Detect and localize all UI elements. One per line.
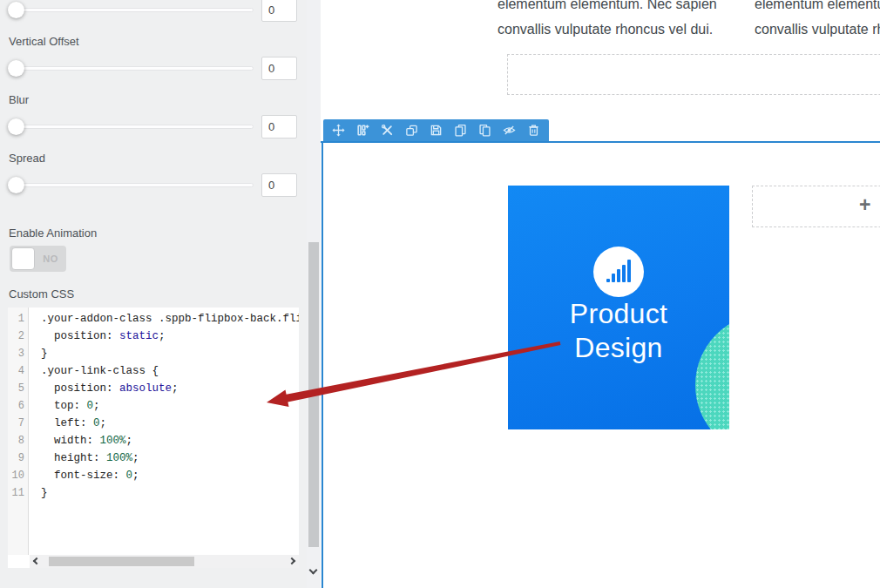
copy-icon[interactable] (454, 124, 467, 137)
spread-slider[interactable] (9, 183, 254, 187)
plus-icon[interactable]: + (859, 193, 870, 217)
flipbox-addon-card[interactable]: Product Design (508, 186, 729, 429)
toggle-visibility-icon[interactable] (503, 124, 516, 137)
builder-canvas: elementum elementum. Nec sapien convalli… (321, 0, 880, 588)
empty-addon-placeholder[interactable] (507, 54, 880, 95)
page-builder-screen: Vertical Offset Blur Spread Enable Anima… (0, 0, 880, 588)
settings-panel: Vertical Offset Blur Spread Enable Anima… (0, 0, 321, 588)
toggle-state: NO (38, 253, 63, 264)
enable-animation-label: Enable Animation (9, 226, 97, 240)
slider-thumb[interactable] (8, 177, 24, 193)
text-line: elementum elementum. Nec sapien (498, 0, 717, 17)
text-line: convallis vulputate rhoncus vel dui. (498, 17, 717, 42)
scrollbar-thumb[interactable] (308, 242, 319, 547)
chart-badge (593, 247, 644, 297)
selected-section-left-border (322, 141, 323, 588)
panel-vertical-scrollbar[interactable] (307, 0, 321, 588)
text-addon-right[interactable]: elementum elementum. Nec sapien convalli… (755, 0, 880, 42)
vertical-offset-label: Vertical Offset (9, 35, 79, 48)
vertical-offset-value-input[interactable] (261, 57, 297, 80)
toggle-knob[interactable] (11, 247, 35, 270)
css-gutter: 1234567891011 (8, 308, 29, 555)
delete-icon[interactable] (527, 124, 540, 137)
vertical-offset-slider[interactable] (9, 66, 254, 71)
tools-icon[interactable] (381, 124, 394, 137)
blur-label: Blur (9, 93, 29, 106)
spread-label: Spread (9, 152, 45, 165)
slider-thumb[interactable] (8, 60, 24, 77)
add-addon-placeholder[interactable]: + (752, 186, 880, 227)
paste-icon[interactable] (478, 124, 491, 137)
text-line: elementum elementum. Nec sapien (755, 0, 880, 17)
slider-thumb[interactable] (8, 118, 24, 135)
card-title: Product Design (508, 297, 729, 365)
editor-horizontal-scrollbar[interactable] (30, 555, 299, 568)
clone-icon[interactable] (405, 124, 418, 137)
bar-chart-icon (606, 260, 631, 282)
text-addon-left[interactable]: elementum elementum. Nec sapien convalli… (498, 0, 717, 42)
scroll-down-icon[interactable] (309, 566, 318, 575)
blur-slider[interactable] (9, 125, 254, 129)
move-icon[interactable] (332, 124, 345, 137)
enable-animation-toggle[interactable]: NO (10, 246, 66, 272)
addon-toolbar (323, 119, 549, 141)
custom-css-editor[interactable]: 1234567891011 .your-addon-class .sppb-fl… (8, 308, 299, 568)
scroll-right-icon[interactable] (288, 558, 295, 564)
offset-slider[interactable] (9, 8, 254, 12)
text-line: convallis vulputate rhoncus vel dui. (755, 17, 880, 42)
selected-section-top-border (321, 141, 880, 143)
custom-css-label: Custom CSS (9, 287, 74, 301)
offset-value-input[interactable] (261, 0, 297, 22)
spread-value-input[interactable] (261, 173, 297, 197)
blur-value-input[interactable] (261, 115, 297, 139)
save-icon[interactable] (430, 124, 443, 137)
columns-icon[interactable] (356, 124, 369, 137)
scroll-left-icon[interactable] (33, 558, 40, 564)
slider-thumb[interactable] (8, 2, 24, 18)
scrollbar-thumb[interactable] (49, 557, 194, 566)
css-code[interactable]: .your-addon-class .sppb-flipbox-back.fli… (30, 308, 299, 555)
